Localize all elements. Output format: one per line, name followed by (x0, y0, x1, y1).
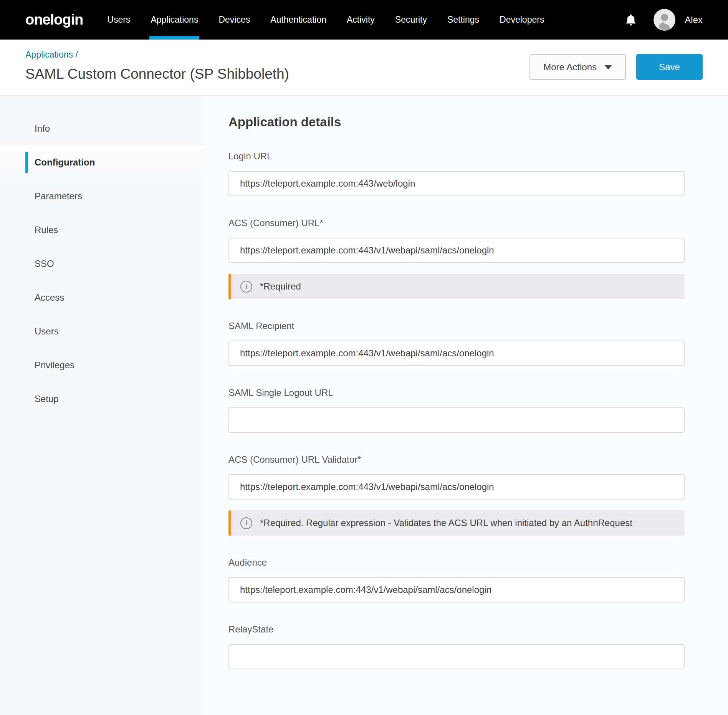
onelogin-logo[interactable]: onelogin (25, 12, 83, 28)
page-header: Applications / SAML Custom Connector (SP… (0, 40, 728, 95)
sidebar-item-access[interactable]: Access (0, 281, 203, 314)
acs-consumer-url-validator-input[interactable] (228, 474, 685, 500)
more-actions-label: More Actions (543, 62, 597, 73)
sidebar-item-users[interactable]: Users (0, 314, 203, 348)
saml-single-logout-url-input[interactable] (228, 407, 685, 433)
user-name[interactable]: Alex (685, 15, 703, 25)
field-saml-recipient: SAML Recipient (228, 321, 685, 366)
page-body: InfoConfigurationParametersRulesSSOAcces… (0, 95, 728, 715)
sidebar-item-rules[interactable]: Rules (0, 213, 203, 247)
field-relaystate: RelayState (228, 624, 685, 669)
info-circle-icon: i (240, 517, 252, 529)
notifications-bell-icon[interactable] (624, 13, 637, 26)
audience-input[interactable] (228, 577, 685, 602)
nav-right: Alex (624, 9, 703, 31)
nav-item-developers[interactable]: Developers (498, 0, 545, 40)
sidebar-item-configuration[interactable]: Configuration (0, 146, 203, 179)
relaystate-input[interactable] (228, 644, 685, 669)
breadcrumb[interactable]: Applications / (25, 50, 78, 60)
caret-down-icon (604, 65, 612, 70)
field-audience: Audience (228, 557, 685, 602)
required-note: i*Required (228, 274, 685, 299)
field-login-url: Login URL (228, 151, 685, 196)
field-label: SAML Recipient (228, 321, 685, 331)
section-heading: Application details (228, 115, 703, 129)
settings-sidebar: InfoConfigurationParametersRulesSSOAcces… (0, 96, 203, 715)
note-text: *Required (260, 281, 301, 292)
user-menu[interactable]: Alex (654, 9, 703, 31)
field-saml-single-logout-url: SAML Single Logout URL (228, 387, 685, 433)
nav-item-security[interactable]: Security (394, 0, 428, 40)
nav-item-settings[interactable]: Settings (446, 0, 480, 40)
top-navbar: onelogin UsersApplicationsDevicesAuthent… (0, 0, 728, 40)
field-acs-consumer-url-validator: ACS (Consumer) URL Validator*i*Required.… (228, 454, 685, 536)
login-url-input[interactable] (228, 171, 685, 196)
saml-recipient-input[interactable] (228, 341, 685, 366)
nav-item-users[interactable]: Users (106, 0, 131, 40)
field-label: RelayState (228, 624, 685, 635)
user-avatar[interactable] (654, 9, 675, 31)
field-label: SAML Single Logout URL (228, 387, 685, 398)
header-actions: More Actions Save (529, 54, 703, 80)
primary-nav: UsersApplicationsDevicesAuthenticationAc… (106, 0, 545, 40)
more-actions-button[interactable]: More Actions (529, 54, 626, 80)
nav-item-applications[interactable]: Applications (149, 0, 199, 40)
required-note: i*Required. Regular expression - Validat… (228, 510, 685, 536)
field-acs-consumer-url: ACS (Consumer) URL*i*Required (228, 218, 685, 299)
main-content: Application details Login URLACS (Consum… (203, 96, 728, 715)
sidebar-item-setup[interactable]: Setup (0, 382, 203, 416)
note-text: *Required. Regular expression - Validate… (260, 518, 632, 528)
sidebar-item-privileges[interactable]: Privileges (0, 348, 203, 382)
sidebar-item-info[interactable]: Info (0, 112, 203, 146)
save-button[interactable]: Save (636, 54, 703, 80)
field-label: ACS (Consumer) URL Validator* (228, 454, 685, 465)
sidebar-item-parameters[interactable]: Parameters (0, 179, 203, 213)
field-label: ACS (Consumer) URL* (228, 218, 685, 228)
field-label: Login URL (228, 151, 685, 162)
info-circle-icon: i (240, 281, 252, 293)
application-details-form: Login URLACS (Consumer) URL*i*RequiredSA… (228, 151, 703, 669)
nav-item-activity[interactable]: Activity (346, 0, 376, 40)
acs-consumer-url-input[interactable] (228, 238, 685, 263)
sidebar-item-sso[interactable]: SSO (0, 247, 203, 281)
field-label: Audience (228, 557, 685, 568)
nav-item-authentication[interactable]: Authentication (269, 0, 328, 40)
nav-item-devices[interactable]: Devices (217, 0, 251, 40)
